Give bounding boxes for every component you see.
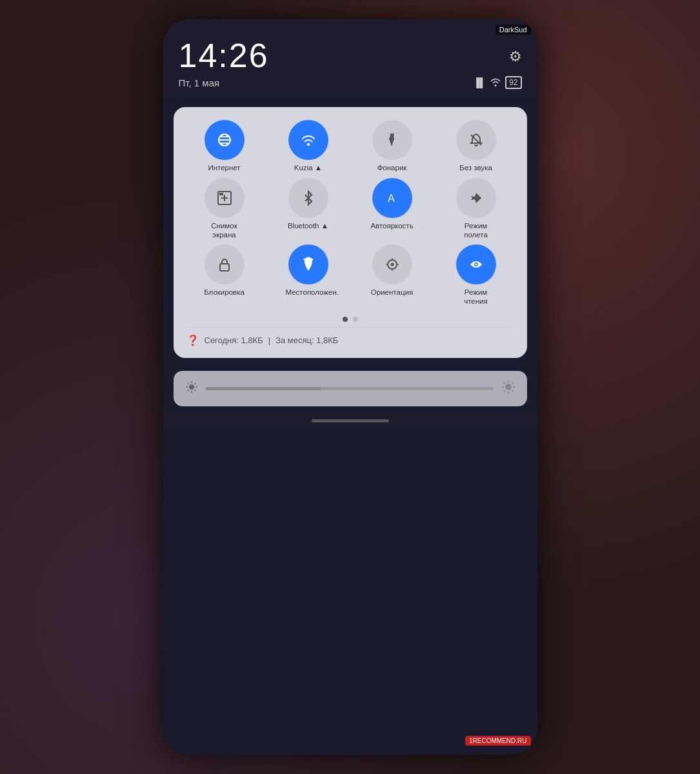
bluetooth-label: Bluetooth ▲ — [288, 222, 328, 231]
wifi-label: Kuzia ▲ — [294, 164, 322, 173]
date-battery-row: Пт, 1 мая ▐▌ 92 — [179, 76, 522, 89]
airplane-icon-circle — [456, 178, 496, 218]
tile-autobrightness[interactable]: A Автояркость — [352, 178, 433, 240]
orientation-label: Ориентация — [371, 288, 413, 297]
screenshot-label: Снимок экрана — [202, 222, 247, 240]
svg-line-25 — [187, 390, 188, 391]
tile-airplane[interactable]: Режим полета — [435, 178, 517, 240]
autobrightness-icon-circle: A — [372, 178, 412, 218]
watermark-label: DarkSud — [495, 25, 531, 35]
divider — [186, 327, 514, 328]
tile-silent[interactable]: Без звука — [435, 120, 517, 173]
svg-line-2 — [396, 133, 397, 134]
month-usage: За месяц: 1,8КБ — [275, 335, 338, 345]
autobrightness-label: Автояркость — [370, 222, 413, 231]
quick-settings-panel: Интернет Kuzia ▲ — [174, 107, 527, 358]
dot-0 — [343, 317, 348, 322]
tile-screenshot[interactable]: Снимок экрана — [184, 178, 265, 240]
svg-line-31 — [503, 382, 505, 383]
data-usage-icon: ❓ — [186, 334, 199, 346]
tile-internet[interactable]: Интернет — [184, 120, 265, 173]
today-usage: Сегодня: 1,8КБ — [205, 335, 263, 345]
svg-point-17 — [189, 384, 194, 390]
lock-label: Блокировка — [204, 288, 245, 297]
flashlight-icon-circle — [372, 120, 412, 160]
svg-rect-8 — [219, 193, 223, 195]
battery-indicator: 92 — [505, 76, 521, 89]
phone-screen: 14:26 ⚙ Пт, 1 мая ▐▌ 92 — [163, 19, 537, 755]
silent-label: Без звука — [459, 164, 492, 173]
airplane-label: Режим полета — [454, 222, 499, 240]
quick-tiles-grid: Интернет Kuzia ▲ — [184, 120, 517, 306]
screenshot-icon-circle — [205, 178, 245, 218]
svg-rect-11 — [220, 264, 229, 271]
bottom-bar — [163, 412, 537, 430]
pagination-dots — [184, 317, 517, 322]
tile-location[interactable]: Местоположен. — [268, 244, 349, 306]
reading-label: Режим чтения — [454, 288, 499, 306]
bluetooth-icon-circle — [288, 178, 328, 218]
signal-icon: ▐▌ — [473, 77, 486, 88]
svg-text:A: A — [388, 193, 395, 204]
svg-point-26 — [505, 384, 512, 390]
svg-line-32 — [512, 390, 513, 392]
silent-icon-circle — [456, 120, 496, 160]
status-bar: 14:26 ⚙ — [179, 39, 522, 72]
location-icon-circle — [288, 244, 328, 284]
recommend-badge: 1RECOMMEND.RU — [465, 736, 530, 746]
brightness-slider[interactable] — [206, 387, 494, 390]
settings-icon[interactable]: ⚙ — [509, 48, 522, 65]
reading-icon-circle — [456, 244, 496, 284]
top-area: 14:26 ⚙ Пт, 1 мая ▐▌ 92 — [163, 19, 537, 99]
dot-1 — [353, 317, 358, 322]
svg-line-3 — [388, 133, 388, 134]
tile-reading[interactable]: Режим чтения — [435, 244, 517, 306]
internet-icon-circle — [205, 120, 245, 160]
data-usage-row: ❓ Сегодня: 1,8КБ | За месяц: 1,8КБ — [184, 333, 517, 348]
tile-wifi[interactable]: Kuzia ▲ — [268, 120, 349, 173]
svg-line-33 — [512, 382, 513, 383]
svg-line-24 — [194, 382, 195, 384]
clock: 14:26 — [179, 39, 269, 72]
phone-frame: DarkSud 14:26 ⚙ Пт, 1 мая ▐▌ — [163, 19, 537, 755]
nav-pill — [312, 419, 389, 422]
tile-lock[interactable]: Блокировка — [184, 244, 265, 306]
wifi-icon-circle — [288, 120, 328, 160]
wifi-status-icon — [490, 77, 501, 88]
lock-icon-circle — [205, 244, 245, 284]
separator: | — [268, 335, 270, 345]
location-label: Местоположен. — [286, 288, 331, 297]
svg-point-0 — [306, 143, 309, 146]
date-label: Пт, 1 мая — [179, 77, 220, 88]
internet-label: Интернет — [208, 164, 240, 173]
brightness-low-icon — [185, 381, 198, 397]
tile-flashlight[interactable]: Фонарик — [352, 120, 433, 173]
brightness-fill — [206, 387, 321, 390]
brightness-panel — [174, 371, 527, 406]
brightness-high-icon — [501, 380, 515, 397]
svg-line-34 — [503, 390, 505, 392]
battery-level: 92 — [509, 78, 517, 87]
right-status-icons: ▐▌ 92 — [473, 76, 521, 89]
flashlight-label: Фонарик — [377, 164, 407, 173]
tile-bluetooth[interactable]: Bluetooth ▲ — [268, 178, 349, 240]
orientation-icon-circle — [372, 244, 412, 284]
svg-line-23 — [194, 390, 195, 391]
tile-orientation[interactable]: Ориентация — [352, 244, 433, 306]
svg-point-14 — [390, 263, 394, 266]
svg-point-16 — [475, 264, 477, 266]
svg-line-22 — [187, 382, 188, 384]
